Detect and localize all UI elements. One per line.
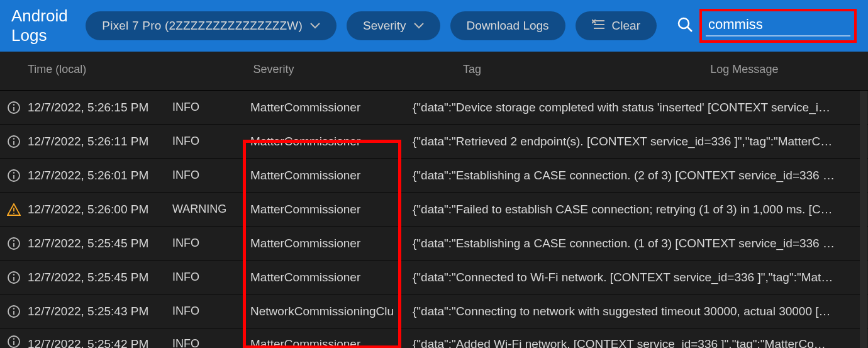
time-cell: 12/7/2022, 5:25:42 PM — [28, 328, 172, 348]
table-header: Time (local) Severity Tag Log Message — [0, 52, 868, 91]
tag-cell: MatterCommissioner — [250, 328, 413, 348]
svg-point-23 — [13, 274, 14, 275]
tag-cell: MatterCommissioner — [250, 203, 413, 216]
search-input[interactable] — [708, 16, 848, 33]
svg-line-6 — [687, 27, 692, 31]
search-box-highlight — [699, 9, 857, 43]
severity-cell: INFO — [172, 135, 250, 148]
tag-cell: MatterCommissioner — [250, 135, 413, 149]
time-cell: 12/7/2022, 5:26:00 PM — [28, 203, 172, 216]
table-row[interactable]: 12/7/2022, 5:26:01 PMINFOMatterCommissio… — [0, 159, 868, 193]
message-cell: {"data":"Connected to Wi-Fi network. [CO… — [413, 271, 859, 284]
table-row[interactable]: 12/7/2022, 5:25:45 PMINFOMatterCommissio… — [0, 227, 868, 261]
tag-cell: MatterCommissioner — [250, 169, 413, 182]
table-row[interactable]: 12/7/2022, 5:26:11 PMINFOMatterCommissio… — [0, 125, 868, 159]
message-cell: {"data":"Retrieved 2 endpoint(s). [CONTE… — [413, 135, 859, 149]
tag-cell: MatterCommissioner — [250, 271, 413, 284]
table-row[interactable]: 12/7/2022, 5:25:45 PMINFOMatterCommissio… — [0, 261, 868, 295]
info-icon — [0, 271, 28, 284]
time-cell: 12/7/2022, 5:25:45 PM — [28, 237, 172, 250]
log-table-wrap: Time (local) Severity Tag Log Message 12… — [0, 52, 868, 348]
download-logs-button[interactable]: Download Logs — [450, 11, 565, 40]
clear-label: Clear — [612, 19, 640, 33]
svg-point-20 — [13, 240, 14, 241]
severity-cell: INFO — [172, 169, 250, 182]
device-label: Pixel 7 Pro (2ZZZZZZZZZZZZZZZW) — [102, 19, 303, 33]
tag-cell: NetworkCommissioningClu — [250, 305, 413, 318]
warning-icon — [0, 203, 28, 216]
col-time: Time (local) — [28, 63, 172, 76]
search-underline — [706, 35, 850, 36]
time-cell: 12/7/2022, 5:26:01 PM — [28, 169, 172, 182]
severity-cell: INFO — [172, 237, 250, 250]
page-title: Android Logs — [11, 6, 69, 45]
svg-point-5 — [679, 18, 689, 28]
table-row[interactable]: 12/7/2022, 5:25:43 PMINFONetworkCommissi… — [0, 295, 868, 328]
message-cell: {"data":"Failed to establish CASE connec… — [413, 203, 859, 216]
svg-point-26 — [13, 308, 14, 309]
clear-icon — [592, 19, 604, 33]
info-icon — [0, 305, 28, 318]
col-severity: Severity — [172, 63, 413, 76]
severity-cell: INFO — [172, 328, 250, 348]
message-cell: {"data":"Device storage completed with s… — [413, 101, 859, 115]
search-icon — [677, 16, 693, 35]
severity-cell: WARNING — [172, 203, 250, 216]
message-cell: {"data":"Connecting to network with sugg… — [413, 305, 859, 318]
col-message: Log Message — [710, 63, 859, 76]
info-icon — [0, 101, 28, 115]
severity-label: Severity — [363, 19, 406, 33]
tag-cell: MatterCommissioner — [250, 237, 413, 250]
download-logs-label: Download Logs — [467, 19, 549, 33]
device-selector[interactable]: Pixel 7 Pro (2ZZZZZZZZZZZZZZZW) — [86, 11, 337, 40]
table-row[interactable]: 12/7/2022, 5:25:42 PMINFOMatterCommissio… — [0, 328, 868, 348]
severity-selector[interactable]: Severity — [347, 11, 440, 40]
info-icon — [0, 237, 28, 250]
time-cell: 12/7/2022, 5:26:11 PM — [28, 135, 172, 149]
info-icon — [0, 135, 28, 149]
search-area — [677, 9, 857, 43]
message-cell: {"data":"Added Wi-Fi network. [CONTEXT s… — [413, 328, 859, 348]
info-icon — [0, 328, 28, 348]
message-cell: {"data":"Establishing a CASE connection.… — [413, 237, 859, 250]
svg-point-15 — [13, 172, 14, 173]
svg-point-12 — [13, 138, 14, 139]
svg-point-29 — [13, 338, 14, 339]
header-bar: Android Logs Pixel 7 Pro (2ZZZZZZZZZZZZZ… — [0, 0, 868, 52]
table-row[interactable]: 12/7/2022, 5:26:00 PMWARNINGMatterCommis… — [0, 193, 868, 227]
tag-cell: MatterCommissioner — [250, 101, 413, 115]
svg-point-17 — [13, 213, 14, 214]
svg-point-9 — [13, 104, 14, 105]
severity-cell: INFO — [172, 271, 250, 284]
table-row[interactable]: 12/7/2022, 5:26:15 PMINFOMatterCommissio… — [0, 91, 868, 125]
chevron-down-icon — [310, 23, 320, 29]
time-cell: 12/7/2022, 5:25:45 PM — [28, 271, 172, 284]
time-cell: 12/7/2022, 5:26:15 PM — [28, 101, 172, 115]
time-cell: 12/7/2022, 5:25:43 PM — [28, 305, 172, 318]
severity-cell: INFO — [172, 305, 250, 318]
col-tag: Tag — [413, 63, 562, 76]
message-cell: {"data":"Establishing a CASE connection.… — [413, 169, 859, 182]
scrollbar[interactable] — [860, 91, 867, 348]
severity-cell: INFO — [172, 101, 250, 114]
chevron-down-icon — [414, 23, 424, 29]
table-body: 12/7/2022, 5:26:15 PMINFOMatterCommissio… — [0, 91, 868, 348]
clear-button[interactable]: Clear — [576, 11, 657, 40]
info-icon — [0, 169, 28, 182]
